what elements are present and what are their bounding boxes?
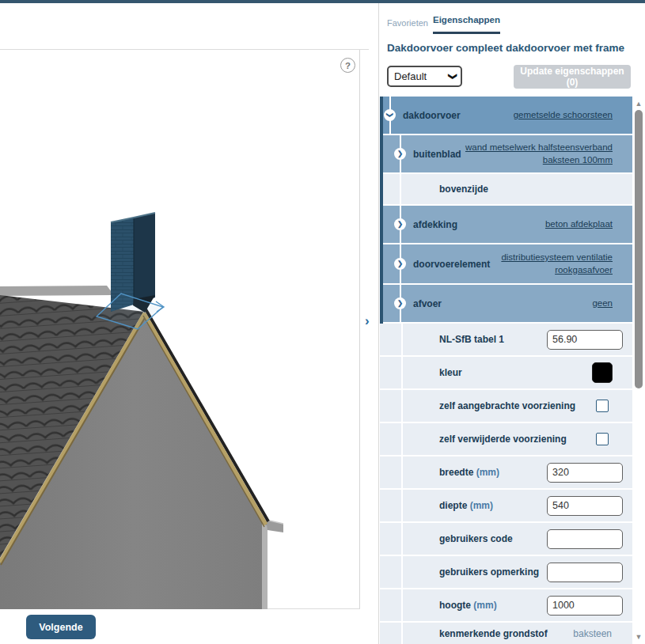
field-row-kenmerkende-grondstof: kenmerkende grondstof baksteen [380, 623, 632, 644]
tree-label: doorvoerelement [413, 259, 490, 270]
breedte-input[interactable] [547, 463, 623, 483]
panel-scrollbar[interactable]: ▲ ▼ [632, 97, 645, 644]
field-row-nl-sfb: NL-SfB tabel 1 [380, 324, 632, 355]
field-unit: (mm) [473, 600, 496, 611]
row-guide-line [401, 390, 403, 422]
tree-value-link[interactable]: beton afdekplaat [545, 215, 613, 233]
field-row-diepte: diepte (mm) [380, 490, 632, 521]
tree-row-afdekking[interactable]: ❯ afdekking beton afdekplaat [380, 206, 632, 243]
expand-panel-chevron[interactable]: › [365, 314, 370, 328]
far-roof-sliver [0, 286, 114, 296]
gebruikers-opmerking-input[interactable] [547, 563, 623, 582]
row-guide-line [401, 490, 403, 521]
field-label: breedte [439, 467, 473, 478]
field-row-gebruikers-opmerking: gebruikers opmerking [380, 556, 632, 588]
zelf-verwijderd-checkbox[interactable] [596, 433, 609, 445]
row-guide-line [401, 324, 403, 355]
chevron-right-circle-icon[interactable]: ❯ [394, 258, 406, 270]
tree-label: afvoer [413, 298, 442, 309]
chevron-down-circle-icon[interactable]: ❯ [384, 109, 396, 121]
nl-sfb-input[interactable] [547, 330, 623, 350]
field-unit: (mm) [470, 500, 493, 511]
row-guide-line [401, 423, 403, 455]
wall-corner-edge [262, 524, 267, 609]
tree-value-link[interactable]: gemetselde schoorsteen [514, 106, 613, 124]
tree-label: afdekking [413, 219, 457, 230]
tree-value-link[interactable]: distributiesysteem ventilatie rookgasafv… [490, 248, 613, 278]
field-label: diepte [439, 500, 467, 511]
tree-row-buitenblad[interactable]: ❯ buitenblad wand metselwerk halfsteensv… [380, 135, 632, 172]
tree-label: buitenblad [413, 149, 461, 160]
properties-panel: Favorieten Eigenschappen Dakdoorvoer com… [378, 3, 645, 644]
chevron-right-circle-icon[interactable]: ❯ [394, 148, 406, 160]
row-guide-line [401, 456, 403, 488]
scroll-up-arrow-icon[interactable]: ▲ [632, 98, 645, 109]
row-guide-line [401, 357, 403, 388]
color-swatch[interactable] [592, 362, 613, 383]
row-guide-line [401, 623, 403, 644]
field-label: zelf verwijderde voorziening [439, 434, 567, 445]
chimney-right-face[interactable] [134, 213, 155, 305]
tree-value-link[interactable]: wand metselwerk halfsteensverband bakste… [461, 138, 613, 169]
field-label: gebruikers code [439, 533, 513, 544]
row-guide-line [401, 556, 403, 588]
chevron-right-circle-icon[interactable]: ❯ [394, 297, 406, 309]
field-row-hoogte: hoogte (mm) [380, 589, 632, 621]
tab-bar: Favorieten Eigenschappen [379, 3, 645, 36]
viewer-3d-canvas[interactable]: ? [0, 50, 360, 609]
field-label: kleur [439, 367, 462, 378]
help-button[interactable]: ? [340, 58, 355, 73]
tree-guide-line [400, 174, 401, 204]
field-label: gebruikers opmerking [439, 566, 539, 578]
update-properties-button[interactable]: Update eigenschappen (0) [514, 65, 631, 89]
tree-row-dakdoorvoer[interactable]: ❯ dakdoorvoer gemetselde schoorsteen [380, 97, 632, 134]
zelf-aangebracht-checkbox[interactable] [596, 400, 609, 412]
field-label: kenmerkende grondstof [439, 628, 548, 639]
preset-select[interactable]: Default [387, 66, 462, 87]
viewer-toolbar-strip [0, 3, 369, 50]
tree-accent-bar [380, 97, 383, 324]
row-guide-line [401, 589, 403, 621]
chevron-right-circle-icon[interactable]: ❯ [394, 218, 406, 230]
field-row-zelf-verwijderd: zelf verwijderde voorziening [380, 423, 632, 455]
tree-label: bovenzijde [439, 184, 488, 195]
tab-favorieten[interactable]: Favorieten [387, 18, 428, 28]
kenmerkende-grondstof-value[interactable]: baksteen [573, 628, 612, 639]
field-row-kleur: kleur [380, 357, 632, 388]
field-row-gebruikers-code: gebruikers code [380, 523, 632, 555]
house-3d-render[interactable] [0, 50, 359, 609]
row-guide-line [401, 523, 403, 555]
properties-list: ❯ dakdoorvoer gemetselde schoorsteen ❯ b… [380, 97, 632, 644]
hoogte-input[interactable] [547, 596, 623, 616]
tree-row-afvoer[interactable]: ❯ afvoer geen [380, 285, 632, 322]
tree-value-link[interactable]: geen [592, 294, 613, 313]
field-label: zelf aangebrachte voorziening [439, 400, 575, 411]
tree-row-bovenzijde[interactable]: bovenzijde [380, 174, 632, 204]
next-button[interactable]: Volgende [26, 615, 96, 639]
page-title: Dakdoorvoer compleet dakdoorvoer met fra… [387, 42, 624, 54]
field-label: NL-SfB tabel 1 [439, 334, 504, 345]
tab-eigenschappen[interactable]: Eigenschappen [433, 15, 500, 34]
field-unit: (mm) [476, 467, 499, 478]
tree-row-doorvoerelement[interactable]: ❯ doorvoerelement distributiesysteem ven… [380, 244, 632, 283]
scrollbar-thumb[interactable] [635, 110, 643, 388]
tree-label: dakdoorvoer [403, 110, 461, 121]
scroll-down-arrow-icon[interactable]: ▼ [632, 631, 645, 642]
field-row-breedte: breedte (mm) [380, 456, 632, 488]
preset-select-wrap: Default ❯ [387, 66, 462, 87]
field-label: hoogte [439, 600, 471, 611]
gebruikers-code-input[interactable] [547, 529, 623, 549]
field-row-zelf-aangebracht: zelf aangebrachte voorziening [380, 390, 632, 422]
diepte-input[interactable] [547, 496, 623, 516]
